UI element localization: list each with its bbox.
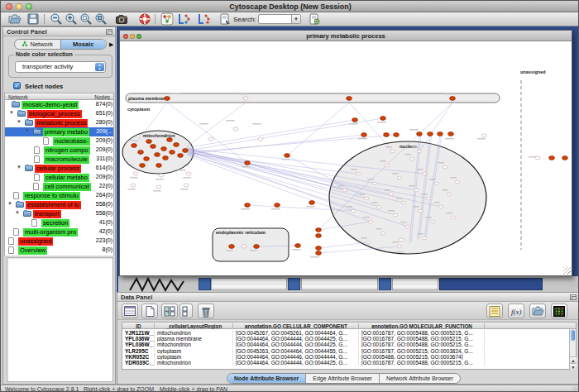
tab-overflow-arrow[interactable]: ▶	[109, 41, 113, 48]
network-node[interactable]	[368, 220, 372, 223]
birdseye-view-panel[interactable]	[7, 257, 113, 382]
tree-row-biological-process[interactable]: ▼biological_process651(0)	[5, 109, 114, 118]
network-edge[interactable]	[349, 103, 393, 151]
network-node-selected[interactable]	[245, 161, 251, 165]
background-window-thumbnail[interactable]	[301, 278, 378, 290]
network-node[interactable]	[417, 150, 421, 153]
network-node-selected[interactable]	[316, 234, 322, 238]
network-node[interactable]	[397, 245, 401, 248]
network-node[interactable]	[447, 193, 451, 196]
network-node-selected[interactable]	[347, 97, 352, 101]
network-node[interactable]	[208, 137, 213, 141]
table-row[interactable]: YPL036W__1mitochondrion[GO:0044464, GO:0…	[122, 342, 569, 347]
zoom-in-icon[interactable]	[64, 12, 79, 26]
network-node[interactable]	[414, 189, 418, 192]
network-node-selected[interactable]	[384, 133, 390, 137]
color-attribute-dropdown[interactable]: transporter activity ▲▼	[15, 61, 106, 73]
tree-row-cellular-process[interactable]: ▼cellular process614(0)	[5, 164, 114, 173]
network-node[interactable]	[418, 209, 422, 213]
network-edge[interactable]	[189, 135, 364, 154]
column-header[interactable]: _cellularLayoutRegion	[156, 323, 233, 329]
network-node-selected[interactable]	[316, 246, 322, 251]
network-node-selected[interactable]	[562, 156, 568, 160]
background-window-node[interactable]	[288, 278, 300, 290]
expand-arrow-icon[interactable]: ▼	[15, 210, 20, 215]
scroll-up-arrow[interactable]: ▲	[570, 356, 577, 363]
network-node[interactable]	[422, 172, 426, 175]
table-row[interactable]: YDR039C__1mitochondrion[GO:0044464, GO:0…	[122, 360, 569, 366]
network-node[interactable]	[438, 205, 443, 208]
network-edge[interactable]	[189, 120, 355, 147]
network-node-selected[interactable]	[165, 97, 170, 101]
network-node[interactable]	[443, 165, 447, 169]
network-node-selected[interactable]	[380, 117, 386, 121]
network-node-selected[interactable]	[140, 164, 146, 168]
help-icon[interactable]	[137, 12, 152, 26]
scrollbar-thumb[interactable]	[571, 330, 575, 341]
table-row[interactable]: YPL036W__2plasma membrane[GO:0044464, GO…	[122, 336, 569, 342]
network-node-selected[interactable]	[170, 151, 175, 155]
network-node-selected[interactable]	[428, 132, 433, 136]
network-node[interactable]	[342, 189, 347, 192]
network-node-selected[interactable]	[156, 164, 162, 168]
expand-arrow-icon[interactable]: ▼	[17, 165, 22, 170]
network-edge[interactable]	[419, 103, 452, 151]
expand-arrow-icon[interactable]: ▼	[7, 201, 12, 206]
search-combobox[interactable]: ▼	[258, 14, 301, 24]
search-options-icon[interactable]	[307, 12, 322, 26]
table-row[interactable]: YJR121W__1mitochondrion[GO:0045267, GO:0…	[122, 330, 569, 336]
tree-row-establishment-of-lo[interactable]: ▼establishment of lo558(0)	[5, 200, 114, 209]
network-node[interactable]	[390, 150, 395, 153]
tree-row-primary-metabo[interactable]: ▼primary metabo209(...	[5, 127, 114, 136]
network-node[interactable]	[393, 213, 397, 217]
tree-row-cellular-metabo[interactable]: cellular metabo209(0)	[5, 173, 114, 182]
network-node[interactable]	[351, 209, 355, 213]
edit-network-2-icon[interactable]	[197, 12, 212, 26]
open-session-icon[interactable]	[7, 12, 22, 26]
network-node-selected[interactable]	[155, 153, 160, 157]
zoom-selected-region-icon[interactable]	[79, 12, 93, 26]
attribute-matrix-icon[interactable]	[551, 304, 567, 318]
network-node-selected[interactable]	[245, 203, 251, 208]
tree-row-overview[interactable]: Overview8(0)	[5, 246, 114, 255]
background-window-titlebar[interactable]	[439, 278, 543, 290]
network-node-selected[interactable]	[361, 133, 367, 137]
tree-row-cell-communicat[interactable]: cell communicat22(0)	[5, 182, 114, 191]
network-node[interactable]	[184, 184, 189, 187]
background-window-node[interactable]	[379, 278, 391, 290]
tree-row-unassigned[interactable]: unassigned223(0)	[5, 237, 114, 246]
network-node[interactable]	[409, 157, 414, 160]
dropdown-stepper-icon[interactable]: ▲▼	[95, 63, 104, 71]
window-resize-grip[interactable]	[563, 267, 571, 275]
network-node[interactable]	[434, 182, 438, 185]
network-node[interactable]	[233, 127, 238, 131]
float-panel-icon[interactable]	[570, 294, 577, 300]
annotation-icon[interactable]	[218, 12, 232, 26]
resize-grip[interactable]	[569, 280, 577, 287]
select-all-attributes-icon[interactable]	[161, 304, 178, 318]
delete-attribute-icon[interactable]	[198, 304, 214, 318]
network-node[interactable]	[366, 241, 370, 244]
tab-network-attribute-browser[interactable]: Network Attribute Browser	[380, 374, 460, 383]
network-edge[interactable]	[186, 103, 246, 147]
save-session-icon[interactable]	[26, 12, 41, 26]
network-node-selected[interactable]	[138, 151, 144, 155]
network-node-selected[interactable]	[167, 138, 173, 142]
select-nodes-checkbox[interactable]: ✓	[13, 82, 21, 89]
tree-row-response-to-stimulu[interactable]: response to stimulu264(0)	[5, 191, 114, 200]
tab-edge-attribute-browser[interactable]: Edge Attribute Browser	[306, 374, 380, 383]
network-node-selected[interactable]	[174, 143, 179, 147]
network-node-selected[interactable]	[450, 97, 456, 101]
vizmapper-icon[interactable]	[160, 12, 175, 26]
network-node-selected[interactable]	[549, 156, 555, 160]
zoom-to-fit-icon[interactable]	[93, 12, 108, 26]
snapshot-icon[interactable]	[114, 12, 129, 26]
import-attributes-icon[interactable]	[529, 304, 546, 318]
network-node[interactable]	[156, 185, 161, 189]
network-node-selected[interactable]	[285, 154, 290, 158]
attribute-selector-icon[interactable]	[122, 304, 138, 318]
app-resize-grip[interactable]	[572, 386, 579, 392]
tree-row-secretion[interactable]: secretion41(0)	[5, 218, 114, 227]
network-node[interactable]	[376, 205, 380, 208]
network-node[interactable]	[422, 237, 426, 240]
